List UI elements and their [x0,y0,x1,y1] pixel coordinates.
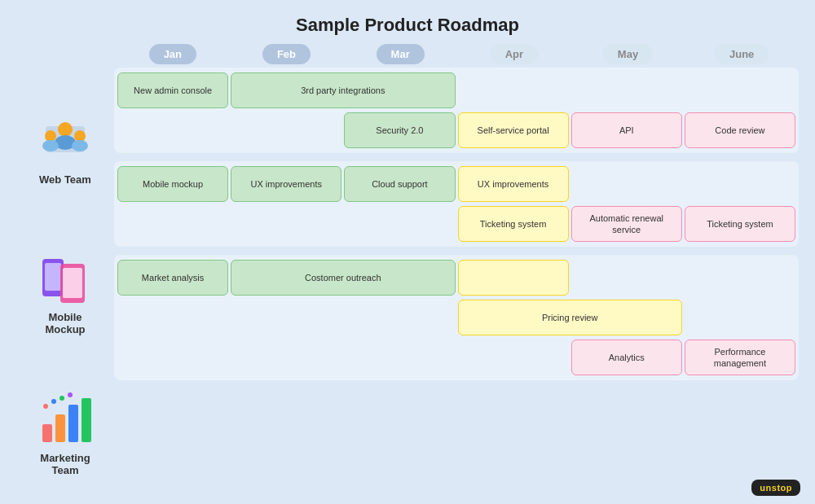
security-20-task: Security 2.0 [344,112,455,148]
3rd-party-integrations-task: 3rd party integrations [231,72,455,108]
svg-point-6 [72,140,88,151]
svg-point-17 [59,396,64,401]
marketing-r3-c2 [231,340,341,375]
svg-point-3 [45,130,56,142]
mobile-r2-c3 [344,206,455,242]
ticketing-system-task: Ticketing system [685,206,795,242]
unstop-logo: unstop [751,480,800,496]
mobile-r1-c4: UX improvements [458,166,569,202]
mobile-team-label: MobileMockup [16,226,114,358]
svg-point-18 [68,392,73,397]
mobile-team-icon [36,249,95,308]
svg-rect-14 [82,398,91,442]
mobile-r2-c2 [231,206,341,242]
marketing-row-3: Analytics Performance management [117,340,795,375]
web-r2-c5: API [571,112,682,148]
web-r2-c1 [117,112,228,148]
web-r1-c4 [458,72,569,108]
web-r1-c5 [571,72,682,108]
mobile-r1-c1: Mobile mockup [117,166,228,202]
ux-improvements-task: UX improvements [231,166,341,202]
team-labels: Web Team MobileMockup [16,44,114,499]
marketing-r1-c4 [458,260,569,296]
marketing-row-1: Market analysis Costomer outreach [117,260,795,296]
web-r2-c2 [231,112,341,148]
mobile-r2-c1 [117,206,228,242]
marketing-team-name: MarketingTeam [40,452,90,476]
month-june: June [685,44,799,64]
svg-point-4 [42,140,59,151]
web-team-icon [36,112,95,170]
web-r1-c6 [685,72,795,108]
month-jan: Jan [116,44,230,64]
marketing-r1-c6 [685,260,795,296]
marketing-r1-c1: Market analysis [117,260,228,296]
mobile-r2-c4: Ticketing system [458,206,569,242]
grid-container: Jan Feb Mar Apr May June [114,44,799,499]
mobile-r1-c2: UX improvements [231,166,341,202]
svg-rect-13 [68,405,78,442]
marketing-r2-c6 [685,300,795,335]
svg-rect-10 [63,268,82,298]
marketing-row-2: Pricing review [117,300,795,335]
marketing-r2-c2 [231,300,341,335]
mobile-r1-c5 [571,166,682,202]
web-r1-c1: New admin console [117,72,228,108]
mobile-r2-c6: Ticketing system [685,206,795,242]
unstop-logo-stop: stop [772,483,792,493]
customer-outreach-task: Costomer outreach [231,260,455,296]
svg-point-1 [58,122,73,137]
mobile-r1-c3: Cloud support [344,166,455,202]
month-may: May [571,44,685,64]
mobile-row-1: Mobile mockup UX improvements Cloud supp… [117,166,795,202]
analytics-task: Analytics [571,340,682,375]
month-feb: Feb [230,44,344,64]
seo-plan-task [458,260,569,296]
marketing-team-label: MarketingTeam [16,367,114,499]
svg-rect-11 [42,424,52,442]
mobile-r2-c5: Automatic renewal service [571,206,682,242]
web-row-1: New admin console 3rd party integrations [117,72,795,108]
svg-point-15 [43,404,48,409]
marketing-team-icon [36,390,95,449]
svg-point-5 [74,130,86,142]
cloud-support-task: Cloud support [344,166,455,202]
marketing-r1-c23: Costomer outreach [231,260,455,296]
web-team-name: Web Team [39,173,91,186]
web-team-section: New admin console 3rd party integrations… [114,68,799,153]
web-team-label: Web Team [16,78,114,218]
mobile-row-2: Ticketing system Automatic renewal servi… [117,206,795,242]
web-r2-c3: Security 2.0 [344,112,455,148]
svg-point-16 [51,399,56,404]
market-analysis-task: Market analysis [117,260,228,296]
code-review-task: Code review [685,112,795,148]
page-title: Sample Product Roadmap [0,0,815,44]
marketing-r1-c5 [571,260,682,296]
legend: Completed In-progress Planned [0,499,815,504]
ux-improvements-planned-task: UX improvements [458,166,569,202]
month-mar: Mar [343,44,457,64]
marketing-r2-c3 [344,300,455,335]
marketing-r3-c3 [344,340,455,375]
pricing-review-task: Pricing review [458,300,682,335]
svg-rect-12 [55,414,65,442]
web-r2-c6: Code review [685,112,795,148]
self-service-portal-task: Self-service portal [458,112,569,148]
marketing-r3-c1 [117,340,228,375]
new-admin-console-task: New admin console [117,72,228,108]
month-apr: Apr [457,44,571,64]
svg-rect-8 [45,263,61,291]
marketing-r3-c5: Analytics [571,340,682,375]
mobile-r1-c6 [685,166,795,202]
marketing-r3-c4 [458,340,569,375]
web-r2-c4: Self-service portal [458,112,569,148]
interactive-dialogue-task: Ticketing system [458,206,569,242]
api-task: API [571,112,682,148]
web-r1-c23: 3rd party integrations [231,72,455,108]
mobile-team-section: Mobile mockup UX improvements Cloud supp… [114,161,799,247]
marketing-r3-c6: Performance management [685,340,795,375]
web-row-2: Security 2.0 Self-service portal API Cod… [117,112,795,148]
unstop-logo-un: un [760,483,771,493]
performance-management-task: Performance management [685,340,795,375]
automatic-renewal-task: Automatic renewal service [571,206,682,242]
